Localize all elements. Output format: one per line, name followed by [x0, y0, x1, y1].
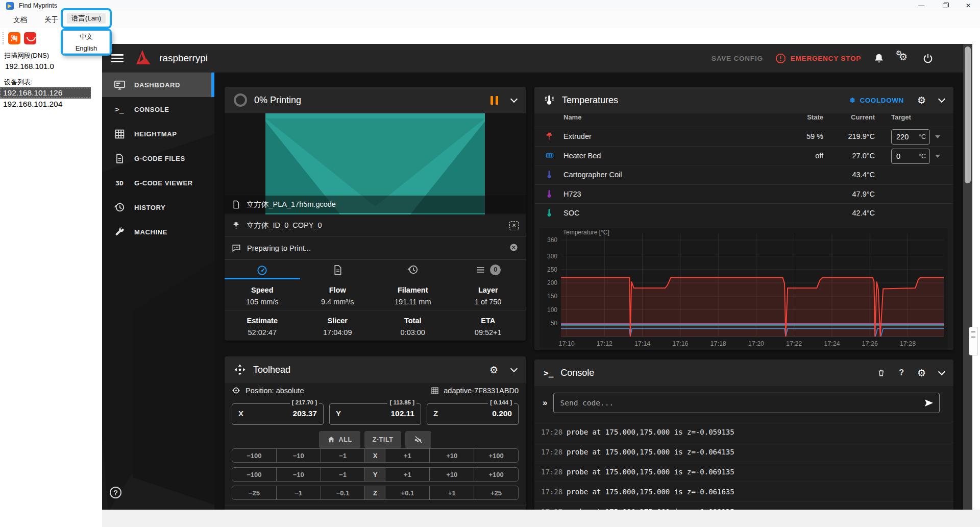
send-code-input[interactable]	[553, 393, 940, 413]
edge-floating-widget[interactable]	[969, 327, 978, 355]
caret-down-icon[interactable]	[935, 135, 940, 138]
jog-button[interactable]: −0.1	[321, 486, 365, 499]
pause-button[interactable]	[491, 96, 498, 105]
jog-button[interactable]: +0.1	[385, 486, 429, 499]
sidebar-item-machine[interactable]: MACHINE	[102, 220, 214, 244]
document-icon	[332, 265, 343, 275]
cooldown-button[interactable]: ❄ COOLDOWN	[849, 96, 903, 104]
files-icon	[113, 153, 126, 164]
jog-button[interactable]: −10	[276, 468, 321, 481]
jog-button[interactable]: +100	[474, 449, 518, 462]
language-option-english[interactable]: English	[63, 42, 109, 54]
home-all-button[interactable]: ALL	[319, 431, 360, 448]
emergency-stop-button[interactable]: EMERGENCY STOP	[775, 53, 861, 64]
target-value: 220	[896, 133, 909, 141]
jog-button[interactable]: +1	[385, 449, 429, 462]
app-icon	[6, 2, 14, 10]
printer-hostname: raspberrypi	[159, 53, 208, 64]
filename-bar: 立方体_PLA_17h5m.gcode	[225, 196, 526, 213]
sidebar-item-history[interactable]: HISTORY	[102, 195, 214, 220]
jog-button[interactable]: −100	[232, 468, 276, 481]
jog-button[interactable]: −1	[276, 486, 321, 499]
log-timestamp: 17:28	[541, 428, 562, 436]
tab-file-details[interactable]	[300, 260, 376, 279]
jog-button[interactable]: −10	[276, 449, 321, 462]
jog-button[interactable]: +10	[429, 468, 474, 481]
sidebar-item-dashboard[interactable]: DASHBOARD	[102, 73, 214, 97]
jog-button[interactable]: +10	[429, 449, 474, 462]
chevron-down-icon[interactable]	[938, 368, 945, 375]
scrollbar-thumb[interactable]	[965, 46, 971, 183]
svg-text:200: 200	[547, 279, 557, 286]
hamburger-menu-icon[interactable]	[111, 54, 124, 62]
sidebar-item-g-code-files[interactable]: G-CODE FILES	[102, 146, 214, 171]
tab-objects[interactable]: 0	[451, 260, 526, 279]
jog-button[interactable]: −100	[232, 449, 276, 462]
scrollbar[interactable]	[963, 44, 972, 510]
restore-button[interactable]	[933, 0, 957, 11]
jog-button[interactable]: +25	[474, 486, 518, 499]
gear-icon[interactable]: ⚙	[917, 94, 926, 106]
gear-icon[interactable]: ⚙	[917, 367, 926, 379]
red-store-icon[interactable]	[24, 32, 36, 44]
jog-button[interactable]: +1	[385, 468, 429, 481]
print-stat: Total0:03:00	[375, 317, 451, 337]
dns-value[interactable]: 192.168.101.0	[5, 62, 54, 70]
jog-button[interactable]: +100	[474, 468, 518, 481]
sensor-name: H723	[564, 190, 581, 198]
jog-button[interactable]: −1	[321, 449, 365, 462]
menu-language[interactable]: 语言(Lan)	[67, 13, 106, 23]
gear-icon[interactable]: ⚙	[489, 364, 498, 376]
close-button[interactable]: ✕	[957, 0, 980, 11]
taobao-icon[interactable]: 淘	[8, 32, 20, 44]
clear-message-icon[interactable]	[509, 243, 519, 254]
motor-off-icon	[413, 435, 423, 445]
log-text: probe at 175.000,175.000 is z=-0.064135	[567, 448, 734, 456]
sidebar-item-console[interactable]: >_CONSOLE	[102, 97, 214, 122]
chevron-down-icon[interactable]	[510, 95, 518, 103]
chevron-down-icon[interactable]	[510, 365, 518, 372]
stat-label: Slicer	[300, 317, 376, 325]
tab-speed[interactable]	[225, 260, 300, 279]
menu-about[interactable]: 关于	[40, 13, 62, 27]
menu-file[interactable]: 文档	[9, 13, 31, 27]
power-icon[interactable]	[922, 53, 934, 64]
send-icon[interactable]	[923, 397, 935, 409]
toolbar-drag-handle[interactable]	[3, 32, 5, 44]
sidebar-item-g-code-viewer[interactable]: 3DG-CODE VIEWER	[102, 171, 214, 195]
save-config-button[interactable]: SAVE CONFIG	[712, 55, 763, 62]
tab-history[interactable]	[375, 260, 451, 279]
terminal-icon: >_	[544, 368, 553, 378]
caret-down-icon[interactable]	[935, 155, 940, 158]
jog-button[interactable]: −25	[232, 486, 276, 499]
jog-button[interactable]: +1	[429, 486, 474, 499]
active-tab-indicator	[225, 278, 300, 279]
stat-label: Estimate	[225, 317, 300, 325]
print-stat: Estimate52:02:47	[225, 317, 300, 337]
svg-text:17:12: 17:12	[597, 340, 612, 347]
chevron-down-icon[interactable]	[938, 95, 945, 103]
target-temp-input[interactable]: 220°C	[891, 129, 930, 145]
print-stat: Flow9.4 mm³/s	[300, 286, 376, 306]
notifications-bell-icon[interactable]	[873, 53, 885, 64]
temperature-row-extruder: Extruder59 %219.9°C220°C	[534, 127, 953, 146]
help-icon[interactable]: ?	[899, 368, 904, 377]
device-list-item[interactable]: 192.168.101.204	[0, 99, 91, 110]
svg-text:17:26: 17:26	[862, 340, 878, 347]
console-card-header: >_ Console ? ⚙	[534, 360, 953, 386]
help-icon[interactable]: ?	[110, 487, 121, 498]
exclude-object-icon[interactable]: ✕	[509, 221, 519, 230]
settings-gears-icon[interactable]: ⚙⚙	[897, 52, 910, 64]
sidebar-item-heightmap[interactable]: HEIGHTMAP	[102, 122, 214, 146]
z-tilt-button[interactable]: Z-TILT	[364, 431, 402, 448]
svg-text:17:28: 17:28	[900, 340, 916, 347]
target-temp-input[interactable]: 0°C	[891, 149, 930, 164]
print-card-tabs: 0	[225, 259, 526, 279]
jog-button[interactable]: −1	[321, 468, 365, 481]
motors-off-button[interactable]	[405, 431, 431, 448]
minimize-button[interactable]: —	[910, 0, 933, 11]
language-option-chinese[interactable]: 中文	[63, 31, 109, 42]
trash-icon[interactable]	[877, 368, 886, 377]
mesh-name[interactable]: adaptive-7F8331ABD0	[444, 387, 519, 395]
device-list-item[interactable]: 192.168.101.126	[0, 87, 91, 99]
